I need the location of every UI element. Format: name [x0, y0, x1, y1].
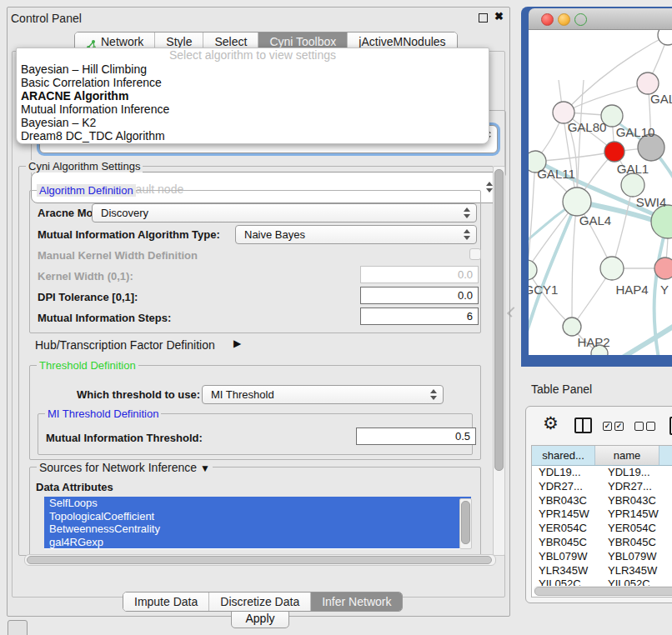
table-cell[interactable]: YBR045C: [601, 536, 671, 550]
collapsed-panel-button[interactable]: [8, 620, 28, 635]
table-cell[interactable]: YDL19...: [601, 466, 671, 480]
hub-tf-expand-icon[interactable]: ▶: [233, 338, 241, 349]
table-cell[interactable]: YBR045C: [532, 536, 601, 550]
mi-threshold-field[interactable]: 0.5: [356, 428, 476, 445]
settings-vertical-scrollbar[interactable]: [493, 166, 505, 556]
table-cell[interactable]: YDR27...: [601, 480, 671, 494]
network-node-label: GAL4: [579, 213, 611, 228]
mi-steps-field[interactable]: 6: [360, 308, 479, 325]
tab-infer-network[interactable]: Infer Network: [311, 592, 402, 611]
network-edge[interactable]: [619, 320, 672, 355]
close-icon[interactable]: ✖: [494, 10, 504, 22]
network-node[interactable]: [658, 30, 672, 45]
algorithm-dropdown-item[interactable]: ARACNE Algorithm: [17, 89, 489, 102]
kernel-width-field[interactable]: 0.0: [360, 266, 479, 283]
network-tab-icon: [86, 37, 97, 48]
table-row[interactable]: YDR27...YDR27...12: [532, 480, 672, 494]
attribute-list-scrollbar[interactable]: [459, 498, 472, 549]
column-header-shared-name[interactable]: shared...: [532, 446, 595, 465]
gear-icon[interactable]: ⚙: [543, 413, 559, 433]
settings-horizontal-scrollbar[interactable]: [24, 554, 496, 566]
sources-title[interactable]: Sources for Network Inference ▼: [37, 461, 213, 474]
algorithm-dropdown-item[interactable]: Basic Correlation Inference: [17, 76, 489, 89]
unchecked-columns-icon[interactable]: [634, 422, 655, 431]
checked-columns-icon[interactable]: ✓✓: [603, 422, 624, 431]
network-view-window[interactable]: GALGAL80GAL10GAL1GAL11SWI4GAL4GCY1HAP4YH…: [521, 7, 672, 367]
table-cell[interactable]: YBL079W: [532, 550, 601, 564]
network-node[interactable]: [529, 260, 537, 280]
network-canvas[interactable]: GALGAL80GAL10GAL1GAL11SWI4GAL4GCY1HAP4YH…: [529, 30, 672, 355]
manual-kernel-width-checkbox[interactable]: [469, 248, 481, 260]
table-cell[interactable]: YBR043C: [532, 494, 601, 508]
data-attributes-list[interactable]: SelfLoopsTopologicalCoefficientBetweenne…: [44, 497, 471, 549]
tab-impute-data[interactable]: Impute Data: [123, 592, 209, 611]
algorithm-dropdown-item[interactable]: Bayesian – Hill Climbing: [17, 62, 489, 76]
mi-algorithm-type-combobox[interactable]: Naive Bayes: [235, 225, 477, 244]
table-cell[interactable]: YDR27...: [532, 480, 601, 494]
network-edge[interactable]: [529, 270, 572, 327]
algorithm-dropdown-item[interactable]: Bayesian – K2: [17, 116, 489, 129]
which-threshold-combobox[interactable]: MI Threshold: [202, 385, 444, 404]
network-node[interactable]: [651, 205, 672, 238]
network-edge[interactable]: [559, 80, 577, 202]
table-row[interactable]: YER054CYER054C8.: [532, 522, 672, 536]
zoom-window-icon[interactable]: [574, 13, 587, 26]
table-row[interactable]: YBR045CYBR045C9.: [532, 536, 672, 550]
mi-threshold-definition-title: MI Threshold Definition: [45, 408, 161, 420]
data-attribute-item[interactable]: gal4RGexp: [44, 536, 471, 549]
network-node[interactable]: [563, 318, 581, 336]
table-cell[interactable]: YDL19...: [532, 466, 601, 480]
aracne-mode-combobox[interactable]: Discovery: [92, 203, 477, 222]
table-row[interactable]: YBL079WYBL079W: [532, 550, 672, 564]
combo-spinner-icon: [463, 207, 470, 219]
settings-horizontal-scrollbar-thumb[interactable]: [27, 556, 492, 564]
network-node[interactable]: [563, 188, 591, 216]
float-window-icon[interactable]: [479, 13, 488, 22]
dpi-tolerance-field[interactable]: 0.0: [360, 287, 479, 304]
data-attribute-item[interactable]: SelfLoops: [44, 497, 471, 510]
table-row[interactable]: YDL19...YDL19...13: [532, 466, 672, 480]
tab-discretize-data-label: Discretize Data: [220, 592, 299, 611]
table-cell[interactable]: YBL079W: [601, 550, 671, 564]
table-cell[interactable]: YLR345W: [601, 564, 671, 578]
columns-icon[interactable]: [574, 418, 592, 433]
table-cell[interactable]: YER054C: [532, 522, 601, 536]
network-edge[interactable]: [572, 202, 577, 327]
settings-vertical-scrollbar-thumb[interactable]: [494, 169, 504, 471]
data-attributes-label: Data Attributes: [36, 481, 113, 493]
table-cell[interactable]: YPR145W: [601, 508, 671, 522]
table-horizontal-scrollbar[interactable]: [534, 586, 672, 595]
hub-tf-definition-label[interactable]: Hub/Transcription Factor Definition: [35, 338, 215, 352]
attribute-list-scrollbar-thumb[interactable]: [461, 501, 470, 544]
column-header-name[interactable]: name: [595, 446, 659, 465]
table-row[interactable]: YBR043CYBR043C: [532, 494, 672, 508]
data-attribute-item[interactable]: TopologicalCoefficient: [44, 510, 471, 523]
network-node[interactable]: [604, 142, 624, 162]
minimize-window-icon[interactable]: [558, 13, 570, 26]
network-node[interactable]: [654, 258, 672, 279]
dpi-tolerance-label: DPI Tolerance [0,1]:: [38, 291, 138, 303]
manual-kernel-width-label: Manual Kernel Width Definition: [38, 249, 198, 262]
network-node[interactable]: [621, 173, 644, 197]
algorithm-dropdown-item[interactable]: Mutual Information Inference: [17, 102, 489, 116]
close-window-icon[interactable]: [541, 13, 554, 26]
network-window-titlebar[interactable]: [529, 8, 672, 30]
cyni-bottom-tabbar: Impute Data Discretize Data Infer Networ…: [123, 592, 403, 612]
table-cell[interactable]: YLR345W: [532, 564, 601, 578]
table-row[interactable]: YLR345WYLR345W9.: [532, 564, 672, 578]
table-horizontal-scrollbar-thumb[interactable]: [534, 587, 672, 596]
table-cell[interactable]: YER054C: [601, 522, 671, 536]
tab-discretize-data[interactable]: Discretize Data: [209, 592, 311, 611]
network-node[interactable]: [600, 257, 624, 280]
table-header-row: shared... name: [532, 446, 672, 466]
table-cell[interactable]: YBR043C: [601, 494, 671, 508]
which-threshold-value: MI Threshold: [211, 388, 274, 401]
network-edge[interactable]: [529, 162, 535, 270]
data-attribute-item[interactable]: BetweennessCentrality: [44, 522, 471, 536]
sources-collapse-icon[interactable]: ▼: [200, 462, 210, 474]
table-cell[interactable]: YPR145W: [532, 508, 601, 522]
tab-impute-data-label: Impute Data: [134, 592, 198, 611]
algorithm-dropdown-item[interactable]: Dream8 DC_TDC Algorithm: [17, 129, 489, 142]
column-header-partial[interactable]: [659, 446, 672, 465]
table-row[interactable]: YPR145WYPR145W9.: [532, 508, 672, 522]
